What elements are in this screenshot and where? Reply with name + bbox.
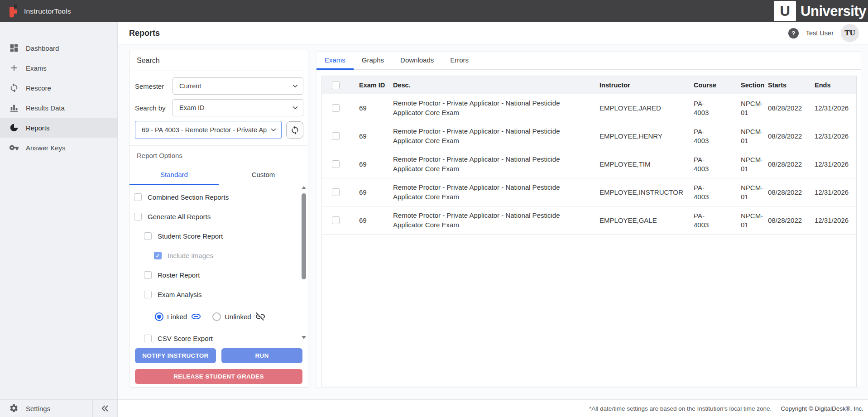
sidebar-item-answer-keys[interactable]: Answer Keys bbox=[0, 138, 117, 158]
checkbox-roster-report[interactable] bbox=[144, 271, 152, 279]
cell-starts: 08/28/2022 bbox=[761, 94, 807, 122]
instructortools-logo-icon bbox=[8, 5, 19, 18]
checkbox-include-images[interactable] bbox=[154, 252, 162, 259]
scroll-down-arrow[interactable] bbox=[302, 336, 306, 339]
exam-select[interactable]: 69 - PA 4003 - Remote Proctor - Private … bbox=[135, 121, 282, 139]
unlink-icon bbox=[255, 311, 266, 322]
tab-errors[interactable]: Errors bbox=[442, 52, 477, 70]
table-row: 69 Remote Proctor - Private Applicator -… bbox=[322, 122, 856, 150]
column-header-course: Course bbox=[686, 76, 734, 94]
help-icon[interactable]: ? bbox=[788, 28, 799, 38]
cell-exam-id: 69 bbox=[352, 122, 386, 150]
sidebar-footer: Settings bbox=[0, 399, 117, 417]
cell-exam-id: 69 bbox=[352, 94, 386, 122]
table-row: 69 Remote Proctor - Private Applicator -… bbox=[322, 94, 856, 122]
chevron-down-icon bbox=[292, 105, 298, 111]
tab-standard[interactable]: Standard bbox=[129, 165, 219, 185]
checkbox-csv-score-export[interactable] bbox=[144, 335, 152, 342]
semester-select[interactable]: Current bbox=[173, 77, 303, 95]
row-checkbox[interactable] bbox=[332, 132, 340, 140]
scroll-up-arrow[interactable] bbox=[302, 186, 306, 189]
university-letter-icon: U bbox=[774, 1, 796, 21]
cell-starts: 08/28/2022 bbox=[761, 206, 807, 234]
sidebar-item-exams[interactable]: Exams bbox=[0, 58, 117, 78]
options-scrollbar bbox=[301, 186, 307, 339]
semester-label: Semester bbox=[135, 82, 173, 90]
chevron-down-icon bbox=[270, 127, 277, 133]
pie-chart-icon bbox=[9, 123, 19, 133]
option-include-images: Include images bbox=[129, 246, 308, 265]
cell-exam-id: 69 bbox=[352, 206, 386, 234]
link-radio-group: Linked Unlinked bbox=[129, 304, 308, 329]
notify-instructor-button[interactable]: NOTIFY INSTRUCTOR bbox=[135, 348, 216, 363]
row-checkbox[interactable] bbox=[332, 160, 340, 168]
search-by-label: Search by bbox=[135, 104, 173, 112]
radio-option-linked[interactable]: Linked bbox=[155, 311, 201, 322]
tab-downloads[interactable]: Downloads bbox=[392, 52, 442, 70]
row-checkbox[interactable] bbox=[332, 188, 340, 196]
user-name: Test User bbox=[806, 29, 834, 37]
option-label: CSV Score Export bbox=[158, 335, 213, 342]
select-all-checkbox[interactable] bbox=[332, 81, 340, 89]
radio-label: Unlinked bbox=[225, 313, 251, 321]
option-label: Exam Analysis bbox=[158, 291, 202, 298]
cell-ends: 12/31/2026 bbox=[807, 206, 856, 234]
cell-desc: Remote Proctor - Private Applicator - Na… bbox=[386, 178, 592, 206]
university-name: University bbox=[801, 3, 866, 19]
cell-course: PA-4003 bbox=[686, 94, 734, 122]
run-button[interactable]: RUN bbox=[221, 348, 302, 363]
bar-chart-icon bbox=[9, 103, 19, 113]
release-student-grades-button[interactable]: RELEASE STUDENT GRADES bbox=[135, 369, 302, 384]
sidebar-item-reports[interactable]: Reports bbox=[0, 118, 117, 138]
checkbox-combined-section-reports[interactable] bbox=[134, 193, 142, 201]
tab-exams[interactable]: Exams bbox=[317, 52, 354, 70]
tab-custom[interactable]: Custom bbox=[219, 165, 308, 185]
table-row: 69 Remote Proctor - Private Applicator -… bbox=[322, 178, 856, 206]
search-panel-title: Search bbox=[129, 50, 308, 71]
option-label: Combined Section Reports bbox=[148, 193, 229, 201]
cell-instructor: EMPLOYEE,INSTRUCTOR bbox=[592, 178, 686, 206]
sidebar-item-results-data[interactable]: Results Data bbox=[0, 98, 117, 118]
refresh-exams-button[interactable] bbox=[286, 121, 303, 139]
sidebar-item-settings[interactable]: Settings bbox=[0, 400, 92, 417]
avatar[interactable]: TU bbox=[841, 24, 859, 42]
report-options-title: Report Options bbox=[129, 145, 308, 165]
cell-instructor: EMPLOYEE,JARED bbox=[592, 94, 686, 122]
link-icon bbox=[191, 311, 201, 322]
table-header-row: Exam IDDesc.InstructorCourseSectionStart… bbox=[322, 76, 856, 94]
results-panel: ExamsGraphsDownloadsErrors Exam IDDesc.I… bbox=[316, 51, 861, 388]
radio-option-unlinked[interactable]: Unlinked bbox=[212, 311, 265, 322]
scrollbar-thumb[interactable] bbox=[302, 193, 306, 279]
cell-section: NPCM-01 bbox=[734, 122, 761, 150]
column-header-section: Section bbox=[734, 76, 761, 94]
rescore-icon bbox=[9, 83, 19, 93]
cell-ends: 12/31/2026 bbox=[807, 94, 856, 122]
radio-button[interactable] bbox=[212, 312, 221, 321]
option-label: Roster Report bbox=[158, 271, 200, 279]
checkbox-generate-all-reports[interactable] bbox=[134, 213, 142, 220]
row-checkbox[interactable] bbox=[332, 216, 340, 224]
cell-section: NPCM-01 bbox=[734, 94, 761, 122]
checkbox-exam-analysis[interactable] bbox=[144, 291, 152, 298]
cell-course: PA-4003 bbox=[686, 178, 734, 206]
table-body: 69 Remote Proctor - Private Applicator -… bbox=[322, 94, 856, 235]
table-row: 69 Remote Proctor - Private Applicator -… bbox=[322, 206, 856, 235]
sidebar-item-rescore[interactable]: Rescore bbox=[0, 78, 117, 98]
brand: InstructorTools bbox=[0, 5, 71, 18]
search-by-select[interactable]: Exam ID bbox=[173, 99, 303, 116]
settings-label: Settings bbox=[26, 405, 50, 412]
checkbox-student-score-report[interactable] bbox=[144, 232, 152, 240]
results-tabs: ExamsGraphsDownloadsErrors bbox=[317, 52, 861, 70]
collapse-sidebar-button[interactable] bbox=[92, 400, 117, 417]
radio-button[interactable] bbox=[155, 312, 163, 321]
report-options-list: Combined Section Reports Generate All Re… bbox=[129, 185, 308, 342]
footer: *All date/time settings are based on the… bbox=[118, 399, 868, 417]
search-form: Semester Current Search by Exam ID 69 - … bbox=[129, 71, 308, 145]
cell-instructor: EMPLOYEE,TIM bbox=[592, 150, 686, 178]
row-checkbox[interactable] bbox=[332, 104, 340, 112]
search-by-select-value: Exam ID bbox=[179, 104, 292, 111]
tab-graphs[interactable]: Graphs bbox=[354, 52, 392, 70]
user-cluster: ? Test User TU bbox=[788, 24, 868, 42]
sidebar-item-dashboard[interactable]: Dashboard bbox=[0, 38, 117, 58]
chevrons-left-icon bbox=[100, 403, 110, 413]
